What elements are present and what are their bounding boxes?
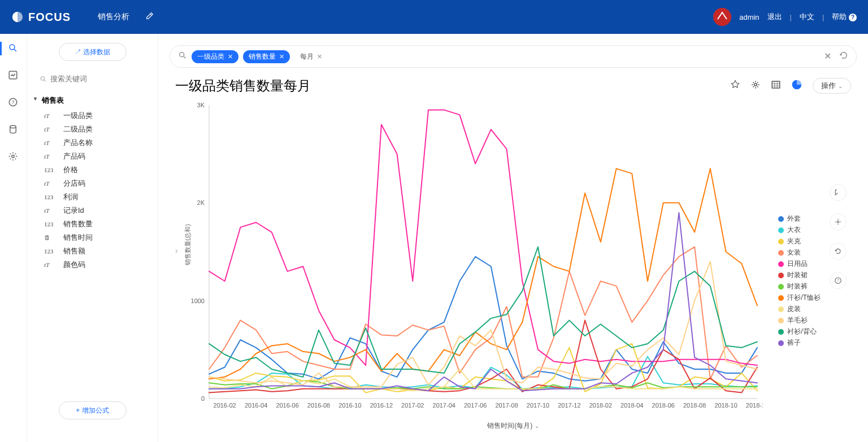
field-item[interactable]: tT产品码: [27, 150, 158, 163]
avatar[interactable]: [713, 8, 731, 26]
lang-link[interactable]: 中文: [800, 12, 814, 22]
field-label: 利润: [63, 192, 78, 202]
svg-text:2018-10: 2018-10: [714, 402, 737, 409]
legend: 外套大衣夹克女装日用品时装裙时装裤汗衫/T恤衫皮装羊毛衫衬衫/背心裤子: [778, 212, 821, 349]
y-axis-label: 销售数量(总和): [184, 224, 192, 265]
search-icon: [40, 75, 47, 83]
field-item[interactable]: 123销售额: [27, 244, 158, 258]
add-formula-button[interactable]: + 增加公式: [59, 401, 127, 419]
field-item[interactable]: tT二级品类: [27, 122, 158, 136]
query-token-category[interactable]: 一级品类✕: [192, 50, 238, 63]
field-item[interactable]: 123价格: [27, 163, 158, 177]
table-header[interactable]: 销售表: [27, 93, 158, 109]
query-token-quantity[interactable]: 销售数量✕: [243, 50, 290, 63]
svg-point-0: [10, 45, 15, 50]
field-item[interactable]: 123销售数量: [27, 217, 158, 231]
legend-item[interactable]: 女装: [778, 248, 821, 257]
edit-icon[interactable]: [145, 11, 154, 23]
separator: |: [790, 13, 792, 21]
field-label: 产品码: [63, 151, 85, 161]
rail-active-indicator: [0, 42, 2, 55]
legend-item[interactable]: 衬衫/背心: [778, 327, 821, 336]
field-item[interactable]: tT分店码: [27, 177, 158, 190]
svg-text:2017-12: 2017-12: [558, 402, 580, 409]
search-icon[interactable]: [8, 43, 19, 54]
help-icon[interactable]: ?: [830, 272, 847, 289]
clear-icon[interactable]: ✕: [824, 51, 831, 62]
field-label: 颜色码: [63, 260, 85, 270]
svg-point-7: [180, 52, 184, 57]
expand-icon[interactable]: [830, 184, 847, 201]
legend-item[interactable]: 皮装: [778, 304, 821, 314]
legend-item[interactable]: 日用品: [778, 259, 821, 269]
operations-button[interactable]: 操作 ⌄: [813, 78, 851, 94]
field-label: 销售额: [63, 246, 85, 256]
topbar: FOCUS 销售分析 admin 退出 | 中文 | 帮助 ?: [0, 0, 868, 34]
username[interactable]: admin: [739, 13, 759, 21]
brand-text: FOCUS: [28, 11, 71, 24]
field-item[interactable]: tT一级品类: [27, 109, 158, 122]
close-icon[interactable]: ✕: [279, 53, 284, 60]
svg-point-5: [11, 155, 14, 158]
legend-item[interactable]: 大衣: [778, 225, 821, 235]
field-search-input[interactable]: [50, 75, 145, 83]
gear-icon[interactable]: [8, 151, 19, 163]
gear-icon[interactable]: [750, 80, 761, 92]
field-item[interactable]: 🗓销售时间: [27, 231, 158, 244]
query-token-monthly[interactable]: 每月 ✕: [294, 50, 328, 63]
field-list: tT一级品类tT二级品类tT产品名称tT产品码123价格tT分店码123利润tT…: [27, 109, 158, 272]
table-icon[interactable]: [771, 80, 781, 92]
query-bar[interactable]: 一级品类✕ 销售数量✕ 每月 ✕ ✕: [170, 45, 857, 68]
brand-logo[interactable]: FOCUS: [11, 11, 71, 24]
help-icon[interactable]: ?: [8, 97, 19, 108]
svg-text:2018-08: 2018-08: [683, 402, 706, 409]
legend-item[interactable]: 外套: [778, 214, 821, 224]
legend-item[interactable]: 夹克: [778, 237, 821, 246]
field-item[interactable]: tT颜色码: [27, 258, 158, 272]
svg-text:0: 0: [201, 395, 205, 402]
legend-item[interactable]: 汗衫/T恤衫: [778, 293, 821, 303]
line-chart[interactable]: 010002K3K2016-022016-042016-062016-08201…: [175, 99, 763, 421]
svg-text:?: ?: [11, 99, 14, 105]
logo-icon: [11, 11, 24, 23]
data-icon[interactable]: [8, 124, 19, 135]
help-link[interactable]: 帮助 ?: [832, 12, 857, 22]
svg-point-34: [837, 221, 839, 223]
svg-text:2018-02: 2018-02: [589, 402, 612, 409]
sidebar: ↗ 选择数据 销售表 tT一级品类tT二级品类tT产品名称tT产品码123价格t…: [27, 34, 158, 442]
field-search[interactable]: [36, 72, 149, 85]
refresh-icon[interactable]: [830, 243, 847, 260]
svg-rect-9: [772, 81, 780, 88]
close-icon[interactable]: ✕: [228, 53, 233, 60]
section-title[interactable]: 销售分析: [98, 12, 129, 22]
chart-title: 一级品类销售数量每月: [175, 77, 311, 95]
svg-text:2016-02: 2016-02: [214, 402, 236, 409]
field-item[interactable]: tT记录Id: [27, 204, 158, 217]
dashboard-icon[interactable]: [8, 70, 19, 81]
svg-point-6: [41, 76, 45, 80]
svg-text:2016-12: 2016-12: [370, 402, 393, 409]
close-icon[interactable]: ✕: [317, 53, 322, 60]
field-item[interactable]: 123利润: [27, 190, 158, 204]
logout-link[interactable]: 退出: [767, 12, 782, 22]
svg-text:2016-04: 2016-04: [245, 402, 267, 409]
pin-icon[interactable]: [730, 80, 740, 92]
svg-text:2018-12: 2018-12: [746, 402, 763, 409]
field-label: 分店码: [63, 178, 85, 189]
legend-item[interactable]: 时装裤: [778, 282, 821, 291]
separator: |: [822, 13, 824, 21]
chart-type-icon[interactable]: [791, 79, 802, 93]
svg-text:2017-04: 2017-04: [433, 402, 455, 409]
left-rail: ?: [0, 34, 27, 442]
legend-item[interactable]: 裤子: [778, 338, 821, 348]
field-item[interactable]: tT产品名称: [27, 136, 158, 150]
legend-item[interactable]: 时装裙: [778, 270, 821, 280]
refresh-icon[interactable]: [839, 51, 848, 62]
select-data-button[interactable]: ↗ 选择数据: [59, 43, 127, 61]
field-label: 二级品类: [63, 124, 93, 134]
field-label: 产品名称: [63, 138, 93, 148]
legend-item[interactable]: 羊毛衫: [778, 316, 821, 325]
gear-icon[interactable]: [830, 213, 847, 230]
collapse-sidebar-icon[interactable]: ›: [175, 246, 178, 255]
x-axis-label[interactable]: 销售时间(每月) ⌄: [175, 421, 851, 431]
